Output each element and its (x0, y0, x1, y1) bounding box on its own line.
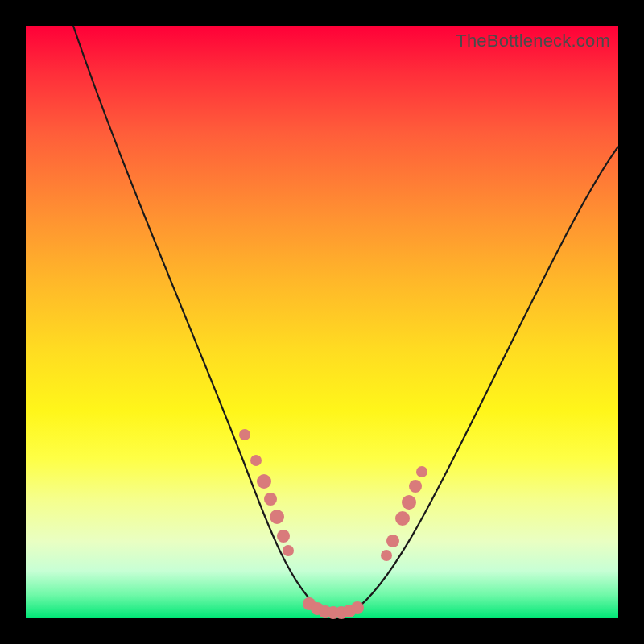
marker-dot (386, 535, 399, 547)
marker-dot (416, 466, 427, 477)
chart-frame: TheBottleneck.com (0, 0, 644, 644)
marker-dot (270, 510, 284, 524)
marker-dot (257, 474, 271, 489)
marker-dot (402, 495, 416, 510)
marker-dot (381, 550, 392, 561)
marker-dot (395, 511, 410, 526)
curve-svg (26, 26, 618, 618)
marker-dot (239, 429, 250, 440)
bottleneck-curve (73, 26, 618, 614)
marker-dot (277, 530, 290, 543)
marker-dot (264, 493, 277, 506)
marker-dot (351, 601, 364, 614)
marker-dot (283, 545, 294, 556)
marker-dot (409, 480, 422, 493)
plot-area: TheBottleneck.com (26, 26, 618, 618)
marker-dot (250, 455, 262, 466)
